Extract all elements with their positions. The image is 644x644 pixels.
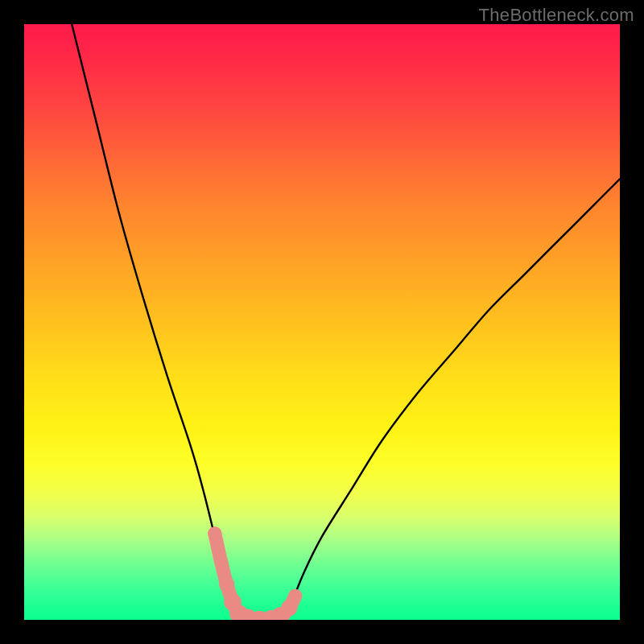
- watermark-label: TheBottleneck.com: [479, 5, 634, 26]
- valley-marker: [262, 610, 281, 620]
- curve-right-curve: [287, 179, 620, 620]
- valley-marker: [229, 605, 248, 620]
- curve-group: [72, 24, 620, 620]
- valley-marker: [224, 593, 242, 611]
- curves-svg: [24, 24, 620, 620]
- valley-marker: [281, 600, 297, 616]
- valley-capsule: [215, 534, 295, 620]
- chart-container: TheBottleneck.com: [0, 0, 644, 644]
- valley-marker: [271, 607, 290, 620]
- valley-marker: [288, 589, 302, 603]
- valley-marker: [250, 611, 269, 620]
- valley-marker: [208, 526, 221, 540]
- gradient-plot-area: [24, 24, 620, 620]
- valley-marker: [214, 553, 228, 567]
- valley-marker: [238, 609, 257, 620]
- curve-left-curve: [72, 24, 238, 620]
- valley-marker: [219, 576, 234, 592]
- marker-group: [208, 526, 302, 620]
